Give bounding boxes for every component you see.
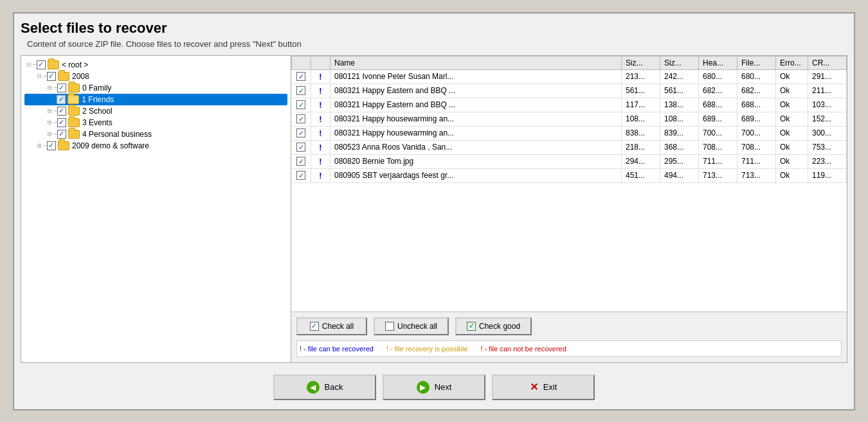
- check-all-label: Check all: [322, 322, 354, 331]
- exit-icon: ✕: [530, 381, 538, 393]
- tree-item-2009[interactable]: ⊞ ··· 2009 demo & software: [24, 140, 287, 152]
- table-row[interactable]: ! 080321 Happy housewarming an... 108...…: [292, 112, 847, 126]
- back-button[interactable]: ◀ Back: [273, 374, 376, 400]
- warn-icon-1: !: [319, 86, 321, 96]
- next-button[interactable]: ▶ Next: [383, 374, 485, 400]
- label-2school: 2 School: [82, 107, 113, 116]
- action-buttons: Check all Uncheck all Check good: [296, 317, 842, 335]
- label-2008: 2008: [72, 72, 89, 81]
- col-cr: CR...: [808, 56, 847, 69]
- page-subtitle: Content of source ZIP file. Choose files…: [27, 39, 847, 49]
- row-checkbox-3[interactable]: [296, 114, 305, 123]
- folder-icon-2school: [68, 107, 80, 116]
- row-file-1: 682...: [737, 84, 776, 98]
- uncheck-all-button[interactable]: Uncheck all: [374, 317, 449, 335]
- file-table-wrapper: Name Siz... Siz... Hea... File... Erro..…: [291, 56, 847, 312]
- tree-item-3events[interactable]: ⊞ ··· 3 Events: [24, 117, 287, 128]
- row-checkbox-6[interactable]: [296, 157, 305, 166]
- row-cr-7: 119...: [808, 168, 847, 182]
- check-good-button[interactable]: Check good: [455, 317, 532, 335]
- uncheck-all-icon: [385, 322, 394, 331]
- expander-0family[interactable]: ⊞: [48, 84, 52, 92]
- checkbox-2009[interactable]: [47, 141, 56, 150]
- warn-icon-6: !: [319, 157, 321, 166]
- row-siz2-1: 561...: [660, 84, 699, 98]
- tree-item-root[interactable]: ⊟ ··· < root >: [24, 59, 287, 71]
- checkbox-0family[interactable]: [57, 84, 66, 92]
- row-hea-6: 711...: [699, 154, 737, 168]
- col-file: File...: [737, 56, 776, 69]
- check-good-label: Check good: [479, 322, 520, 331]
- tree-item-1friends[interactable]: ··· ⊟ 1 Friends: [24, 94, 287, 105]
- tree-item-2school[interactable]: ⊞ ··· 2 School: [24, 105, 287, 117]
- checkbox-3events[interactable]: [57, 118, 66, 127]
- warn-icon-3: !: [319, 114, 321, 124]
- row-name-6: 080820 Bernie Tom.jpg: [330, 154, 622, 168]
- folder-icon-3events: [68, 118, 80, 127]
- checkbox-1friends[interactable]: [57, 95, 66, 104]
- row-hea-1: 682...: [699, 84, 737, 98]
- row-siz1-1: 561...: [622, 84, 660, 98]
- file-table: Name Siz... Siz... Hea... File... Erro..…: [291, 56, 847, 183]
- row-name-2: 080321 Happy Eastern and BBQ ...: [330, 98, 622, 112]
- warn-icon-7: !: [319, 171, 321, 180]
- row-siz1-7: 451...: [622, 168, 660, 182]
- table-row[interactable]: ! 080321 Happy housewarming an... 838...…: [292, 126, 847, 140]
- content-area: ⊟ ··· < root > ⊟ ··· 2008 ⊞ ··· 0 Family: [21, 55, 847, 363]
- row-siz2-7: 494...: [660, 168, 699, 182]
- expander-3events[interactable]: ⊞: [48, 118, 52, 127]
- row-hea-5: 708...: [699, 140, 737, 154]
- table-row[interactable]: ! 080321 Happy Eastern and BBQ ... 561..…: [292, 84, 847, 98]
- row-file-5: 708...: [737, 140, 776, 154]
- main-window: Select files to recover Content of sourc…: [13, 12, 855, 410]
- tree-item-4personal[interactable]: ⊞ ··· 4 Personal business: [24, 128, 287, 140]
- col-warn: [311, 56, 330, 69]
- checkbox-2008[interactable]: [47, 72, 56, 81]
- row-checkbox-5[interactable]: [296, 143, 305, 152]
- tree-item-0family[interactable]: ⊞ ··· 0 Family: [24, 82, 287, 94]
- row-checkbox-2[interactable]: [296, 100, 305, 109]
- label-4personal: 4 Personal business: [82, 130, 152, 139]
- row-cr-2: 103...: [808, 98, 847, 112]
- row-checkbox-1[interactable]: [296, 86, 305, 95]
- expander-2school[interactable]: ⊞: [48, 107, 52, 115]
- check-all-button[interactable]: Check all: [296, 317, 367, 335]
- row-file-7: 713...: [737, 168, 776, 182]
- expander-4personal[interactable]: ⊞: [48, 130, 52, 138]
- warn-icon-5: !: [319, 143, 321, 152]
- folder-icon-0family: [68, 84, 80, 92]
- legend: ! - file can be recovered ! - file recov…: [296, 340, 842, 357]
- table-row[interactable]: ! 080321 Happy Eastern and BBQ ... 117..…: [292, 98, 847, 112]
- folder-icon-1friends: [68, 95, 79, 104]
- checkbox-4personal[interactable]: [57, 130, 66, 139]
- label-0family: 0 Family: [82, 84, 111, 92]
- row-siz1-0: 213...: [622, 69, 660, 84]
- row-siz1-2: 117...: [622, 98, 660, 112]
- next-label: Next: [435, 382, 452, 392]
- exit-button[interactable]: ✕ Exit: [492, 374, 595, 400]
- row-hea-4: 700...: [699, 126, 737, 140]
- table-row[interactable]: ! 080121 Ivonne Peter Susan Marl... 213.…: [292, 69, 847, 84]
- row-file-2: 688...: [737, 98, 776, 112]
- table-row[interactable]: ! 080523 Anna Roos Vanida , San... 218..…: [292, 140, 847, 154]
- table-row[interactable]: ! 080905 SBT verjaardags feest gr... 451…: [292, 168, 847, 182]
- row-erro-0: Ok: [776, 69, 808, 84]
- checkbox-root[interactable]: [37, 60, 46, 69]
- label-3events: 3 Events: [82, 118, 113, 127]
- legend-red: ! - file can not be recovered: [481, 345, 566, 353]
- row-cr-4: 300...: [808, 126, 847, 140]
- row-checkbox-7[interactable]: [296, 171, 305, 180]
- tree-item-2008[interactable]: ⊟ ··· 2008: [24, 71, 287, 82]
- row-name-0: 080121 Ivonne Peter Susan Marl...: [330, 69, 622, 84]
- expander-2009[interactable]: ⊞: [37, 141, 42, 150]
- checkbox-2school[interactable]: [57, 107, 66, 116]
- table-row[interactable]: ! 080820 Bernie Tom.jpg 294... 295... 71…: [292, 154, 847, 168]
- row-siz1-4: 838...: [622, 126, 660, 140]
- expander-2008[interactable]: ⊟: [37, 72, 42, 80]
- row-siz2-6: 295...: [660, 154, 699, 168]
- row-checkbox-4[interactable]: [296, 128, 305, 137]
- row-checkbox-0[interactable]: [296, 72, 305, 81]
- row-cr-5: 753...: [808, 140, 847, 154]
- expander-root[interactable]: ⊟: [27, 60, 32, 69]
- row-hea-3: 689...: [699, 112, 737, 126]
